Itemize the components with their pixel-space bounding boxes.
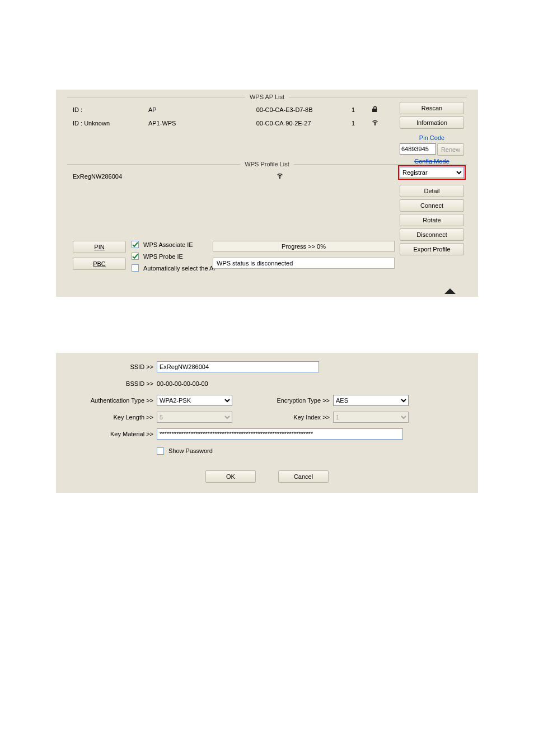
rotate-button[interactable]: Rotate (400, 214, 464, 226)
ssid-input[interactable] (157, 361, 319, 372)
profile-detail-panel: SSID >> BSSID >> 00-00-00-00-00-00 Authe… (56, 353, 478, 493)
ap-mac: 00-C0-CA-90-2E-27 (256, 120, 343, 127)
ap-name: AP (148, 106, 256, 113)
config-mode-select[interactable]: Registrar (400, 167, 464, 178)
profile-row[interactable]: ExRegNW286004 (73, 170, 386, 183)
key-length-label: Key Length >> (56, 414, 157, 421)
wps-side-buttons-top: Rescan Information (400, 102, 464, 129)
cancel-button[interactable]: Cancel (278, 470, 329, 483)
show-password-label: Show Password (168, 447, 213, 454)
export-profile-button[interactable]: Export Profile (400, 243, 464, 255)
key-index-select: 1 (333, 412, 409, 423)
ap-row[interactable]: ID : Unknown AP1-WPS 00-C0-CA-90-2E-27 1 (73, 116, 386, 130)
wps-status-text: WPS status is disconnected (217, 260, 293, 267)
wps-probe-ie-label: WPS Probe IE (143, 253, 183, 260)
wps-probe-ie-checkbox[interactable] (132, 253, 139, 260)
pin-pbc-block: PIN PBC (73, 241, 126, 274)
bssid-value: 00-00-00-00-00-00 (157, 380, 208, 387)
ssid-label: SSID >> (56, 363, 157, 370)
wps-side-buttons-lower: Detail Connect Rotate Disconnect Export … (400, 185, 464, 255)
wps-profile-list-title: WPS Profile List (240, 161, 293, 167)
wps-status-box: WPS status is disconnected (213, 258, 395, 269)
wps-associate-ie-checkbox[interactable] (132, 241, 139, 248)
ap-id: ID : Unknown (73, 120, 148, 127)
renew-button[interactable]: Renew (437, 143, 464, 156)
key-length-select: 5 (157, 412, 232, 423)
enc-type-select[interactable]: AES (333, 395, 409, 406)
show-password-checkbox[interactable] (157, 447, 164, 455)
connect-button[interactable]: Connect (400, 199, 464, 212)
auto-select-ap-checkbox[interactable] (132, 264, 139, 272)
auto-select-ap-label: Automatically select the AP (143, 265, 218, 272)
ok-button[interactable]: OK (205, 470, 256, 483)
wps-profile-list-header: WPS Profile List (67, 160, 467, 169)
information-button[interactable]: Information (400, 116, 464, 129)
key-index-label: Key Index >> (260, 414, 333, 421)
pin-code-input[interactable] (400, 143, 436, 155)
bssid-label: BSSID >> (56, 380, 157, 387)
enc-type-label: Encryption Type >> (260, 397, 333, 404)
key-material-input[interactable] (157, 428, 403, 440)
profile-name: ExRegNW286004 (73, 173, 269, 180)
wps-checkboxes: WPS Associate IE WPS Probe IE Automatica… (132, 241, 218, 276)
wps-ap-list[interactable]: ID : AP 00-C0-CA-E3-D7-8B 1 ID : Unknown… (73, 103, 386, 130)
auth-type-label: Authentication Type >> (56, 397, 157, 404)
rescan-button[interactable]: Rescan (400, 102, 464, 114)
signal-icon (364, 119, 386, 127)
signal-icon (269, 172, 291, 180)
key-material-label: Key Material >> (56, 431, 157, 437)
ap-mac: 00-C0-CA-E3-D7-8B (256, 106, 343, 113)
ap-id: ID : (73, 106, 148, 113)
ap-name: AP1-WPS (148, 120, 256, 127)
progress-bar: Progress >> 0% (213, 241, 395, 252)
pin-button[interactable]: PIN (73, 241, 126, 253)
disconnect-button[interactable]: Disconnect (400, 228, 464, 241)
wps-panel: WPS AP List ID : AP 00-C0-CA-E3-D7-8B 1 … (56, 90, 478, 297)
config-mode-select-wrap: Registrar (400, 167, 464, 178)
wps-associate-ie-label: WPS Associate IE (143, 241, 193, 248)
wps-ap-list-header: WPS AP List (67, 92, 467, 101)
progress-text: Progress >> 0% (282, 243, 326, 250)
ap-row[interactable]: ID : AP 00-C0-CA-E3-D7-8B 1 (73, 103, 386, 116)
lock-icon (364, 106, 386, 114)
ap-channel: 1 (343, 120, 364, 127)
collapse-up-icon[interactable] (444, 288, 456, 294)
pbc-button[interactable]: PBC (73, 258, 126, 270)
pin-code-label: Pin Code (400, 134, 464, 141)
pin-code-row: Renew (400, 143, 464, 156)
auth-type-select[interactable]: WPA2-PSK (157, 395, 232, 406)
wps-profile-list[interactable]: ExRegNW286004 (73, 170, 386, 235)
detail-button[interactable]: Detail (400, 185, 464, 197)
wps-ap-list-title: WPS AP List (245, 94, 289, 100)
ap-channel: 1 (343, 106, 364, 113)
